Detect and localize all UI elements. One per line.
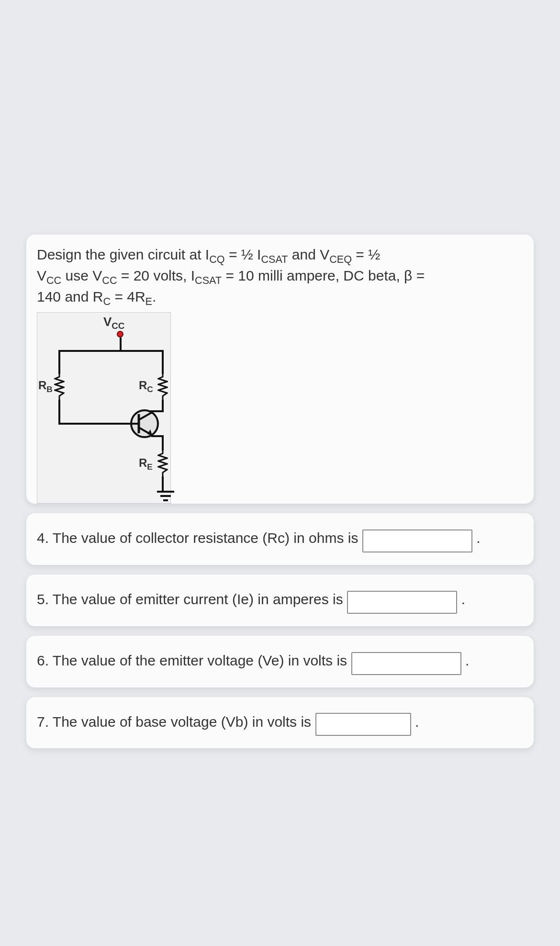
question-7-card: 7. The value of base voltage (Vb) in vol… — [26, 697, 534, 749]
t: CEQ — [329, 253, 352, 265]
answer-5-input[interactable] — [347, 591, 457, 614]
rb-label: RB — [38, 379, 53, 394]
t: C — [103, 295, 111, 307]
t: C — [147, 384, 153, 394]
t: = 4R — [111, 289, 146, 304]
t: R — [139, 379, 147, 392]
answer-4-input[interactable] — [362, 529, 472, 552]
t: R — [38, 379, 46, 392]
t: CC — [46, 274, 61, 286]
wire — [58, 423, 130, 425]
wire — [120, 338, 122, 351]
t: CC — [102, 274, 117, 286]
problem-card: Design the given circuit at ICQ = ½ ICSA… — [26, 235, 534, 504]
wire — [58, 350, 164, 352]
t: E — [146, 295, 152, 307]
question-5-card: 5. The value of emitter current (Ie) in … — [26, 574, 534, 626]
page-root: Design the given circuit at ICQ = ½ ICSA… — [0, 0, 560, 946]
t: . — [152, 289, 156, 304]
t: V — [103, 315, 112, 329]
question-4-text: 4. The value of collector resistance (Rc… — [37, 530, 358, 546]
wire — [58, 400, 60, 424]
re-label: RE — [139, 456, 153, 472]
wire — [162, 350, 164, 374]
period: . — [476, 530, 480, 546]
problem-statement: Design the given circuit at ICQ = ½ ICSA… — [37, 245, 523, 308]
t: = ½ — [352, 247, 380, 262]
question-6-text: 6. The value of the emitter voltage (Ve)… — [37, 653, 347, 668]
question-5-text: 5. The value of emitter current (Ie) in … — [37, 591, 343, 607]
period: . — [415, 714, 419, 730]
t: = ½ I — [225, 247, 261, 262]
t: B — [46, 384, 52, 394]
answer-6-input[interactable] — [351, 652, 461, 675]
t: CSAT — [195, 274, 222, 286]
period: . — [465, 653, 469, 668]
question-6-card: 6. The value of the emitter voltage (Ve)… — [26, 636, 534, 687]
t: = 10 milli ampere, DC beta, β = — [222, 268, 425, 283]
t: R — [139, 456, 147, 469]
wire — [162, 436, 164, 450]
vcc-label: VCC — [103, 315, 124, 331]
period: . — [461, 591, 465, 607]
vcc-node-icon — [117, 331, 123, 338]
t: use V — [61, 268, 102, 283]
t: and V — [288, 247, 329, 262]
wire — [151, 435, 164, 437]
t: Design the given circuit at I — [37, 247, 209, 262]
resistor-rc-icon — [157, 374, 168, 400]
rc-label: RC — [139, 379, 153, 394]
question-7-text: 7. The value of base voltage (Vb) in vol… — [37, 714, 311, 730]
t: CC — [112, 321, 124, 331]
circuit-diagram: VCC RB RC — [37, 312, 171, 504]
ground-icon — [156, 490, 175, 503]
wire — [150, 410, 164, 412]
t: = 20 volts, I — [117, 268, 195, 283]
resistor-rb-icon — [54, 374, 65, 400]
t: E — [147, 462, 153, 472]
wire — [58, 350, 60, 374]
question-4-card: 4. The value of collector resistance (Rc… — [26, 513, 534, 565]
resistor-re-icon — [157, 450, 168, 476]
t: 140 and R — [37, 289, 103, 304]
t: V — [37, 268, 46, 283]
transistor-icon — [129, 408, 160, 439]
answer-7-input[interactable] — [315, 713, 411, 736]
t: CQ — [209, 253, 224, 265]
wire — [162, 476, 164, 491]
t: CSAT — [261, 253, 288, 265]
